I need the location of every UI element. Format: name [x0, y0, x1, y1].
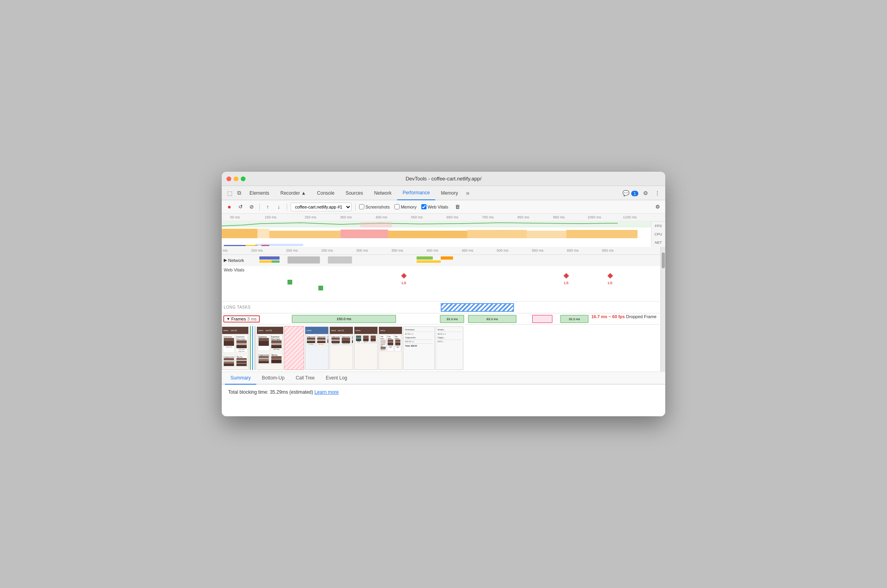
screenshot-3: menu Cappuccino Flat White: [305, 326, 329, 370]
svg-rect-2: [257, 229, 269, 238]
svg-rect-3: [269, 231, 341, 238]
maximize-button[interactable]: [241, 176, 246, 181]
screenshots-checkbox-label[interactable]: Screenshots: [359, 204, 390, 209]
tab-summary[interactable]: Summary: [225, 372, 256, 385]
performance-toolbar: ● ↺ ⊘ ↑ ↓ coffee-cart.netlify.app #1 Scr…: [222, 200, 665, 214]
tab-sources[interactable]: Sources: [340, 186, 369, 200]
cls-dot-1: [287, 280, 292, 285]
clear-button[interactable]: 🗑: [453, 203, 462, 211]
tab-event-log[interactable]: Event Log: [320, 372, 353, 385]
frames-label-text: Frames: [231, 317, 246, 321]
tab-list: Elements Recorder ▲ Console Sources Netw…: [244, 186, 622, 200]
tab-memory[interactable]: Memory: [435, 186, 463, 200]
scrollbar-thumb[interactable]: [662, 252, 665, 268]
ruler-mark: 650 ms: [447, 215, 459, 219]
close-button[interactable]: [227, 176, 231, 181]
overview-ruler: 50 ms 150 ms 250 ms 350 ms 450 ms 550 ms…: [222, 214, 665, 222]
summary-content: Total blocking time: 35.29ms (estimated): [228, 389, 313, 395]
network-label[interactable]: ▶ Network: [224, 258, 255, 263]
tab-elements[interactable]: Elements: [244, 186, 275, 200]
screenshot-7: Americano $7.00 x 1 Cappuccino $19.00 x …: [403, 326, 435, 370]
tab-recorder[interactable]: Recorder ▲: [275, 186, 312, 200]
settings-icon[interactable]: ⚙: [641, 188, 650, 198]
chat-badge[interactable]: 💬 1: [622, 190, 638, 197]
download-button[interactable]: ↓: [274, 203, 283, 211]
stop-button[interactable]: ⊘: [247, 203, 256, 211]
ls-marker-2: LS: [564, 274, 569, 286]
ruler-mark: 750 ms: [482, 215, 494, 219]
minimize-button[interactable]: [234, 176, 238, 181]
screenshot-1: menucart (0) Espressoespresso Espresso M…: [222, 326, 249, 370]
svg-rect-4: [341, 230, 388, 238]
tl-ruler-650: 650 ms: [602, 248, 614, 252]
tl-ruler-300: 300 ms: [356, 248, 368, 252]
device-icon[interactable]: ⧉: [234, 188, 244, 198]
frame-block-dropped: [532, 315, 552, 323]
devtools-tab-bar: ⬚ ⧉ Elements Recorder ▲ Console Sources …: [222, 186, 665, 200]
long-tasks-label: LONG TASKS: [222, 305, 253, 309]
screenshot-4: menucart (1) Cappuccino steamed milk Cap…: [329, 326, 353, 370]
frame-block-1: 150.0 ms: [292, 315, 396, 323]
tl-ruler-250: 250 ms: [321, 248, 333, 252]
memory-checkbox-label[interactable]: Memory: [394, 204, 417, 209]
dropped-frame-label: Dropped Frame: [626, 314, 657, 319]
frames-time: 3 ms: [247, 317, 257, 321]
scrollbar-vertical[interactable]: [660, 247, 665, 372]
tab-bottom-up[interactable]: Bottom-Up: [256, 372, 290, 385]
tab-network[interactable]: Network: [369, 186, 397, 200]
timeline-wrapper: 100 ms 150 ms 200 ms 250 ms 300 ms 350 m…: [222, 247, 665, 372]
frames-label-wrapper: ▼ Frames 3 ms: [222, 315, 260, 322]
screenshot-2: menucart (0) Espresso Espresso Macchiato…: [257, 326, 284, 370]
ruler-mark: 350 ms: [340, 215, 352, 219]
overview-canvas[interactable]: FPS CPU NET: [222, 222, 665, 247]
tab-performance[interactable]: Performance: [397, 186, 436, 200]
tl-ruler-500: 500 ms: [497, 248, 508, 252]
web-vitals-label: Web Vitals: [224, 267, 244, 272]
frame-block-4: 33.3 ms: [560, 315, 588, 323]
more-options-icon[interactable]: ⋮: [653, 188, 662, 198]
svg-rect-6: [467, 230, 527, 238]
profile-select[interactable]: coffee-cart.netlify.app #1: [291, 203, 352, 211]
cls-dot-2: [318, 286, 323, 290]
svg-rect-13: [255, 244, 303, 246]
frames-label-box: ▼ Frames 3 ms: [223, 315, 260, 322]
network-content: [255, 255, 659, 266]
overview-main: 50 ms 150 ms 250 ms 350 ms 450 ms 550 ms…: [222, 214, 665, 247]
ruler-mark: 150 ms: [265, 215, 276, 219]
screenshots-checkbox[interactable]: [359, 204, 364, 209]
screenshot-strip: menucart (0) Espressoespresso Espresso M…: [222, 324, 660, 372]
traffic-lights: [227, 176, 246, 181]
window-title: DevTools - coffee-cart.netlify.app/: [405, 176, 482, 182]
timeline-marker-3: [255, 326, 255, 370]
long-tasks-content: [253, 302, 660, 313]
tab-call-tree[interactable]: Call Tree: [290, 372, 320, 385]
overview-wrapper: 50 ms 150 ms 250 ms 350 ms 450 ms 550 ms…: [222, 214, 665, 247]
record-button[interactable]: ●: [225, 203, 234, 211]
tl-ruler-100: 100 ms: [222, 248, 228, 252]
ruler-mark: 950 ms: [553, 215, 565, 219]
web-vitals-checkbox-label[interactable]: Web Vitals: [421, 204, 448, 209]
tl-ruler-400: 400 ms: [426, 248, 438, 252]
more-tabs-icon[interactable]: »: [464, 188, 472, 198]
tab-icons-right: 💬 1 ⚙ ⋮: [622, 188, 662, 198]
screenshot-8: Americ... $9.00 x 1 Cappu... $19.0...: [436, 326, 463, 370]
svg-rect-1: [222, 229, 257, 238]
long-tasks-row: LONG TASKS: [222, 302, 660, 313]
tab-console[interactable]: Console: [312, 186, 340, 200]
upload-button[interactable]: ↑: [263, 203, 272, 211]
screenshots-label: Screenshots: [365, 205, 390, 209]
web-vitals-checkbox[interactable]: [421, 204, 426, 209]
timeline-marker-2: [252, 326, 253, 370]
learn-more-link[interactable]: Learn more: [314, 389, 339, 395]
memory-checkbox[interactable]: [394, 204, 400, 209]
toolbar-settings-icon[interactable]: ⚙: [653, 203, 662, 211]
reload-button[interactable]: ↺: [236, 203, 245, 211]
screenshot-5: menu water espresso: [354, 326, 378, 370]
ruler-mark: 50 ms: [230, 215, 240, 219]
svg-rect-0: [360, 222, 392, 228]
timeline-content: 100 ms 150 ms 200 ms 250 ms 300 ms 350 m…: [222, 247, 660, 372]
frame-block-2: 33.3 ms: [440, 315, 464, 323]
inspect-icon[interactable]: ⬚: [225, 188, 234, 198]
tl-ruler-200: 200 ms: [286, 248, 298, 252]
dropped-frame-rate: 16.7 ms ~ 60 fps: [591, 314, 625, 319]
